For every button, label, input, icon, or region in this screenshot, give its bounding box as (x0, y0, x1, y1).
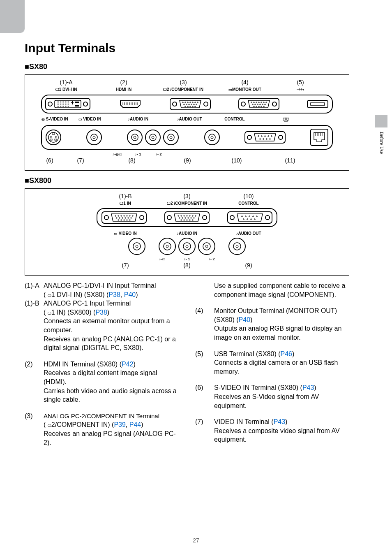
ethernet-port-icon (310, 128, 329, 146)
svg-rect-7 (62, 102, 62, 102)
svg-rect-10 (67, 102, 67, 102)
callout-num: (9) (224, 262, 273, 269)
vga-port-icon (238, 98, 279, 110)
svg-rect-85 (311, 103, 325, 105)
port-label: ▭ VIDEO IN (101, 231, 150, 236)
desc-item-6: (6) S-VIDEO IN Terminal (SX80) (P43) Rec… (195, 383, 349, 410)
audio-out-jack-icon (204, 129, 220, 146)
svg-rect-16 (63, 104, 64, 104)
terminal-panel-bottom (41, 125, 333, 150)
svg-rect-20 (57, 106, 58, 107)
serial-port-icon (244, 131, 286, 144)
callout-num: (9) (165, 157, 210, 164)
page-link[interactable]: P43 (274, 418, 285, 425)
svg-rect-15 (62, 104, 62, 104)
page-link[interactable]: P44 (129, 421, 141, 428)
svg-point-106 (150, 134, 156, 141)
audio-sublabel: ♪- 2 (199, 257, 224, 261)
desc-item-1a: (1)-A ANALOG PC-1/DVI-I IN Input Termina… (25, 281, 179, 299)
port-label: ♪AUDIO IN (150, 231, 224, 236)
audio-sublabel: ♪- 2 (148, 152, 169, 156)
port-label: 🖵2 /COMPONENT IN (156, 201, 218, 206)
page-link[interactable]: P38 (95, 309, 107, 316)
svg-rect-12 (57, 104, 58, 104)
audio-sublabel: ♪- 1 (128, 152, 148, 156)
callout-num: (6) (37, 157, 62, 164)
desc-item-7: (7) VIDEO IN Terminal (P43) Receives a c… (195, 417, 349, 444)
side-chapter-label: Before Use (378, 132, 385, 154)
diagram-sx80: (1)-A (2) (3) (4) (5) 🖵1 DVI-I IN HDMI I… (25, 74, 349, 171)
callout-num: (7) (62, 157, 99, 164)
audio-jack-icon (127, 129, 143, 146)
port-label: ▭MONITOR OUT (214, 87, 276, 92)
audio-sublabel: ♪- 1 (175, 257, 199, 261)
callout-num: (8) (99, 157, 165, 164)
dvi-port-icon (45, 98, 90, 110)
desc-item-2: (2) HDMI IN Terminal (SX80) (P42) Receiv… (25, 360, 179, 404)
svg-rect-5 (58, 102, 59, 102)
page-link[interactable]: P38 (108, 291, 120, 298)
callout-num: (10) (210, 157, 263, 164)
terminal-panel-top (97, 208, 277, 227)
callout-num: (8) (150, 262, 224, 269)
audio-in-group (158, 237, 216, 255)
audio-jack-icon (178, 237, 196, 255)
page-link[interactable]: P43 (302, 384, 314, 391)
svg-rect-25 (65, 106, 66, 107)
svg-point-112 (209, 134, 215, 141)
diagram-sx800: (1)-B (3) (10) 🖵1 IN 🖵2 /COMPONENT IN CO… (25, 188, 349, 276)
page-content: Input Terminals ■SX80 (1)-A (2) (3) (4) … (25, 41, 349, 454)
svg-rect-18 (67, 104, 67, 104)
terminal-panel-top (41, 95, 333, 114)
description-columns: (1)-A ANALOG PC-1/DVI-I IN Input Termina… (25, 281, 349, 454)
page-link[interactable]: P42 (122, 361, 133, 368)
svg-point-109 (168, 134, 174, 141)
svg-rect-14 (60, 104, 61, 104)
port-label: 🖵1 DVI-I IN (37, 87, 95, 92)
svg-rect-6 (60, 102, 61, 102)
svg-point-193 (183, 243, 191, 250)
page-link[interactable]: P39 (114, 421, 125, 428)
page-link[interactable]: P46 (281, 350, 292, 357)
svg-point-196 (203, 243, 210, 250)
callout-num: (1)-B (95, 193, 156, 199)
vga-port-icon (164, 211, 210, 224)
model-heading-sx80: ■SX80 (25, 63, 349, 71)
svg-point-199 (233, 243, 241, 250)
rca-jack-icon (128, 237, 146, 255)
vga-port-icon (170, 98, 211, 110)
callout-num: (4) (214, 79, 276, 86)
svg-rect-29 (72, 101, 73, 104)
port-label (276, 87, 325, 92)
svg-point-103 (131, 134, 138, 141)
svg-rect-26 (67, 106, 67, 107)
description-column-right: Use a supplied component cable to receiv… (195, 281, 349, 454)
svg-point-190 (164, 243, 171, 250)
vga-port-icon (101, 211, 147, 224)
desc-item-1b: (1)-B ANALOG PC-1 Input Terminal ( 🖵1 IN… (25, 299, 179, 352)
page-number: 27 (0, 537, 392, 544)
svg-point-93 (48, 132, 58, 142)
callout-num: (1)-A (37, 79, 95, 86)
hdmi-port-icon (118, 98, 143, 110)
header-section-label: Part Names (335, 25, 369, 32)
page-link[interactable]: P40 (124, 291, 136, 298)
svg-rect-31 (75, 105, 79, 107)
page-title: Input Terminals (25, 41, 349, 55)
page-link[interactable]: P40 (239, 316, 250, 323)
port-label: CONTROL (210, 117, 259, 123)
serial-port-icon (227, 211, 272, 224)
svg-rect-24 (63, 106, 64, 107)
rca-jack-icon (86, 129, 102, 146)
port-label: 🖵1 IN (95, 201, 156, 206)
svg-rect-86 (283, 118, 285, 120)
svg-rect-8 (63, 102, 64, 102)
audio-jack-icon (198, 237, 216, 255)
svg-rect-4 (57, 102, 58, 102)
callout-num: (3) (152, 79, 214, 86)
svideo-port-icon (45, 129, 62, 146)
desc-item-4: (4) Monitor Output Terminal (MONITOR OUT… (195, 306, 349, 342)
desc-item-3: (3) ANALOG PC-2/COMPONENT IN Terminal ( … (25, 412, 179, 447)
callout-num: (3) (156, 193, 218, 199)
svg-rect-27 (68, 106, 69, 107)
